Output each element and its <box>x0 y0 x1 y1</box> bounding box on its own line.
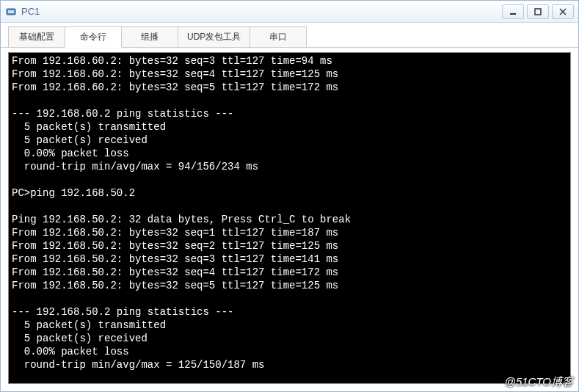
tab-0[interactable]: 基础配置 <box>8 26 65 47</box>
minimize-button[interactable] <box>502 4 524 19</box>
close-button[interactable] <box>552 4 574 19</box>
terminal-output[interactable]: From 192.168.60.2: bytes=32 seq=3 ttl=12… <box>9 53 570 383</box>
window-title: PC1 <box>21 6 502 17</box>
svg-rect-1 <box>8 10 14 13</box>
tab-4[interactable]: 串口 <box>250 26 307 47</box>
terminal-panel: From 192.168.60.2: bytes=32 seq=3 ttl=12… <box>8 52 571 384</box>
tab-1[interactable]: 命令行 <box>65 26 122 48</box>
tab-2[interactable]: 组播 <box>121 26 178 47</box>
tab-3[interactable]: UDP发包工具 <box>178 26 250 47</box>
app-window: PC1 基础配置命令行组播UDP发包工具串口 From 192.168.60.2… <box>0 0 579 392</box>
maximize-button[interactable] <box>527 4 549 19</box>
app-icon <box>5 6 17 18</box>
window-controls <box>502 4 574 19</box>
svg-rect-3 <box>535 9 541 15</box>
titlebar: PC1 <box>1 1 578 23</box>
tab-bar: 基础配置命令行组播UDP发包工具串口 <box>1 23 578 48</box>
